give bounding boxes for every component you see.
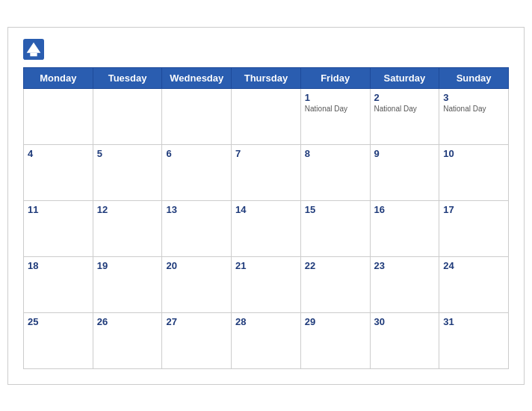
logo: [23, 39, 47, 60]
calendar-header: [23, 39, 509, 60]
calendar-body: 1National Day2National Day3National Day4…: [24, 88, 509, 368]
event-label: National Day: [374, 105, 436, 113]
calendar-cell: 23: [370, 256, 439, 312]
calendar-cell: 16: [370, 200, 439, 256]
day-number: 9: [374, 148, 436, 159]
calendar-cell: 6: [162, 144, 232, 200]
calendar-cell: [232, 88, 301, 144]
calendar-cell: 15: [300, 200, 370, 256]
calendar-cell: 3National Day: [439, 88, 509, 144]
weekday-header-cell: Friday: [300, 67, 370, 88]
calendar-week-row: 45678910: [24, 144, 509, 200]
calendar-cell: 22: [300, 256, 370, 312]
calendar-cell: 21: [232, 256, 301, 312]
logo-icon: [23, 39, 44, 60]
day-number: 25: [28, 316, 89, 327]
calendar-cell: 24: [439, 256, 509, 312]
calendar-cell: 18: [24, 256, 93, 312]
calendar-cell: 20: [162, 256, 232, 312]
weekday-header-cell: Monday: [24, 67, 93, 88]
calendar-cell: [93, 88, 162, 144]
day-number: 28: [235, 316, 297, 327]
calendar-cell: [24, 88, 93, 144]
weekday-header-cell: Thursday: [232, 67, 301, 88]
day-number: 3: [443, 92, 504, 103]
calendar-cell: 25: [24, 312, 93, 368]
calendar-cell: 28: [232, 312, 301, 368]
calendar-week-row: 25262728293031: [24, 312, 509, 368]
svg-rect-2: [30, 52, 37, 56]
day-number: 31: [443, 316, 504, 327]
day-number: 13: [166, 204, 227, 215]
day-number: 6: [166, 148, 227, 159]
calendar-cell: 14: [232, 200, 301, 256]
event-label: National Day: [443, 105, 504, 113]
day-number: 5: [97, 148, 158, 159]
day-number: 12: [97, 204, 158, 215]
calendar-cell: 27: [162, 312, 232, 368]
calendar-cell: 19: [93, 256, 162, 312]
day-number: 8: [305, 148, 366, 159]
day-number: 22: [305, 260, 366, 271]
day-number: 21: [235, 260, 297, 271]
day-number: 29: [305, 316, 366, 327]
day-number: 16: [374, 204, 436, 215]
calendar-cell: 8: [300, 144, 370, 200]
day-number: 2: [374, 92, 436, 103]
weekday-header-cell: Tuesday: [93, 67, 162, 88]
day-number: 17: [443, 204, 504, 215]
day-number: 7: [235, 148, 297, 159]
day-number: 27: [166, 316, 227, 327]
day-number: 20: [166, 260, 227, 271]
weekday-header-cell: Saturday: [370, 67, 439, 88]
calendar-cell: 7: [232, 144, 301, 200]
calendar-cell: 29: [300, 312, 370, 368]
day-number: 23: [374, 260, 436, 271]
day-number: 4: [28, 148, 89, 159]
calendar-cell: 26: [93, 312, 162, 368]
calendar-cell: 1National Day: [300, 88, 370, 144]
day-number: 15: [305, 204, 366, 215]
event-label: National Day: [305, 105, 366, 113]
calendar-cell: 30: [370, 312, 439, 368]
calendar-week-row: 11121314151617: [24, 200, 509, 256]
weekday-header-row: MondayTuesdayWednesdayThursdayFridaySatu…: [24, 67, 509, 88]
calendar-cell: 4: [24, 144, 93, 200]
calendar-cell: 13: [162, 200, 232, 256]
calendar-container: MondayTuesdayWednesdayThursdayFridaySatu…: [7, 27, 525, 385]
calendar-cell: 11: [24, 200, 93, 256]
calendar-cell: 2National Day: [370, 88, 439, 144]
calendar-cell: 12: [93, 200, 162, 256]
calendar-cell: 17: [439, 200, 509, 256]
calendar-week-row: 18192021222324: [24, 256, 509, 312]
day-number: 24: [443, 260, 504, 271]
calendar-table: MondayTuesdayWednesdayThursdayFridaySatu…: [23, 67, 509, 369]
day-number: 30: [374, 316, 436, 327]
day-number: 1: [305, 92, 366, 103]
calendar-cell: 5: [93, 144, 162, 200]
day-number: 10: [443, 148, 504, 159]
day-number: 14: [235, 204, 297, 215]
calendar-week-row: 1National Day2National Day3National Day: [24, 88, 509, 144]
day-number: 19: [97, 260, 158, 271]
calendar-cell: [162, 88, 232, 144]
day-number: 26: [97, 316, 158, 327]
calendar-cell: 31: [439, 312, 509, 368]
day-number: 18: [28, 260, 89, 271]
day-number: 11: [28, 204, 89, 215]
weekday-header-cell: Sunday: [439, 67, 509, 88]
calendar-cell: 10: [439, 144, 509, 200]
calendar-cell: 9: [370, 144, 439, 200]
weekday-header-cell: Wednesday: [162, 67, 232, 88]
